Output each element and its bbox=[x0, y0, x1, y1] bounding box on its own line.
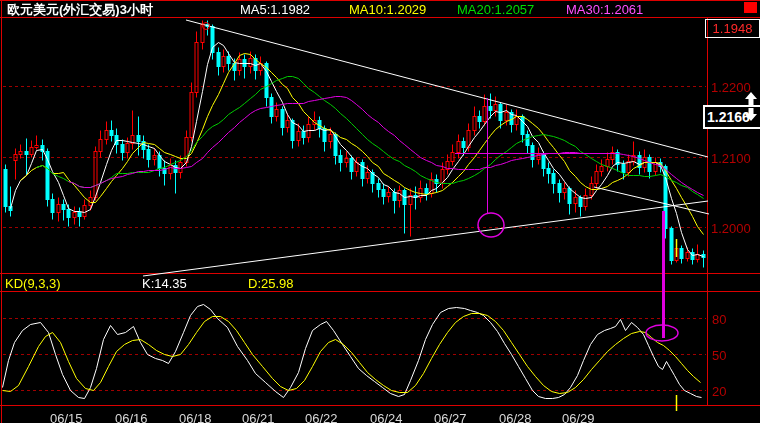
date-label: 06/21 bbox=[242, 411, 275, 423]
low-price-value: 1.1948 bbox=[713, 21, 753, 36]
date-label: 06/16 bbox=[115, 411, 148, 423]
date-label: 06/27 bbox=[434, 411, 467, 423]
ma30-label: MA30:1.2061 bbox=[566, 3, 643, 16]
symbol-title: 欧元美元(外汇交易)3小时 bbox=[7, 3, 153, 16]
arrow-up-icon[interactable] bbox=[744, 92, 758, 106]
chart-canvas[interactable] bbox=[0, 0, 760, 423]
kd-level-label: 20 bbox=[712, 384, 726, 399]
ma20-label: MA20:1.2057 bbox=[457, 3, 534, 16]
ma10-label: MA10:1.2029 bbox=[349, 3, 426, 16]
kd-level-label: 80 bbox=[712, 312, 726, 327]
kd-level-label: 50 bbox=[712, 348, 726, 363]
low-price-marker: 1.1948 bbox=[705, 19, 760, 38]
price-level-label: 1.2000 bbox=[711, 221, 751, 236]
date-label: 06/28 bbox=[499, 411, 532, 423]
date-label: 06/24 bbox=[370, 411, 403, 423]
arrow-down-icon[interactable] bbox=[744, 107, 758, 121]
trading-terminal: 欧元美元(外汇交易)3小时 MA5:1.1982 MA10:1.2029 MA2… bbox=[0, 0, 760, 423]
date-label: 06/18 bbox=[179, 411, 212, 423]
date-label: 06/15 bbox=[50, 411, 83, 423]
price-level-label: 1.2100 bbox=[711, 151, 751, 166]
kd-indicator-header: KD(9,3,3) K:14.35 D:25.98 bbox=[0, 274, 760, 291]
date-label: 06/29 bbox=[562, 411, 595, 423]
d-value-label: D:25.98 bbox=[248, 276, 294, 291]
date-label: 06/22 bbox=[305, 411, 338, 423]
ma5-label: MA5:1.1982 bbox=[240, 3, 310, 16]
kd-indicator-name: KD(9,3,3) bbox=[5, 276, 61, 291]
red-flag-icon[interactable] bbox=[744, 2, 757, 13]
k-value-label: K:14.35 bbox=[142, 276, 187, 291]
